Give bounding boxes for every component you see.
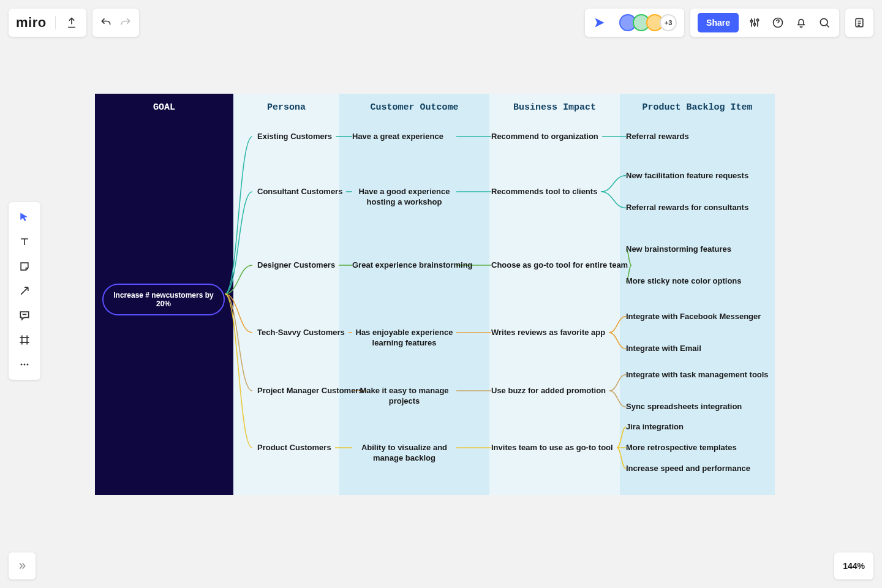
column-header-backlog: Product Backlog Item: [620, 94, 775, 113]
outcome-node[interactable]: Have a good experience hosting a worksho…: [352, 187, 456, 208]
outcome-node[interactable]: Have a great experience: [352, 132, 443, 141]
redo-icon[interactable]: [118, 15, 133, 30]
column-header-outcome: Customer Outcome: [339, 94, 489, 113]
impact-node[interactable]: Writes reviews as favorite app: [491, 328, 605, 337]
export-icon[interactable]: [64, 15, 79, 30]
text-tool[interactable]: [12, 232, 37, 252]
column-header-goal: GOAL: [95, 94, 233, 113]
backlog-node[interactable]: New facilitation feature requests: [626, 171, 748, 180]
avatar-stack[interactable]: +3: [619, 14, 677, 31]
frame-tool[interactable]: [12, 330, 37, 350]
zoom-indicator[interactable]: 144%: [834, 552, 873, 579]
notes-icon: [852, 15, 867, 30]
backlog-node[interactable]: More retrospective templates: [626, 443, 737, 452]
persona-node[interactable]: Tech-Savvy Customers: [257, 328, 345, 337]
column-goal: GOAL Increase # newcustomers by 20%: [95, 94, 233, 495]
backlog-node[interactable]: Referral rewards for consultants: [626, 203, 748, 212]
undo-icon[interactable]: [99, 15, 113, 30]
actions-card: Share: [690, 9, 839, 37]
backlog-node[interactable]: Referral rewards: [626, 132, 689, 141]
svg-point-2: [756, 19, 758, 21]
share-button[interactable]: Share: [698, 13, 739, 32]
sticky-tool[interactable]: [12, 256, 37, 277]
column-impact: Business Impact: [489, 94, 620, 495]
outcome-node[interactable]: Great experience brainstorming: [352, 260, 473, 270]
backlog-node[interactable]: Integrate with task management tools: [626, 370, 769, 379]
notes-card[interactable]: [845, 9, 873, 37]
outcome-node[interactable]: Ability to visualize and manage backlog: [352, 443, 456, 464]
column-backlog: Product Backlog Item: [620, 94, 775, 495]
persona-node[interactable]: Designer Customers: [257, 260, 335, 270]
backlog-node[interactable]: Integrate with Facebook Messenger: [626, 312, 761, 321]
column-header-persona: Persona: [233, 94, 339, 113]
impact-node[interactable]: Recommend to organization: [491, 132, 598, 141]
help-icon[interactable]: [771, 15, 785, 30]
expand-panel-button[interactable]: [9, 552, 36, 579]
svg-point-1: [753, 23, 755, 25]
persona-node[interactable]: Consultant Customers: [257, 187, 342, 196]
backlog-node[interactable]: Increase speed and performance: [626, 464, 750, 473]
column-outcome: Customer Outcome: [339, 94, 489, 495]
collab-card: +3: [585, 9, 684, 37]
outcome-node[interactable]: Make it easy to manage projects: [352, 386, 456, 407]
backlog-node[interactable]: Integrate with Email: [626, 344, 701, 353]
persona-node[interactable]: Project Manager Customers: [257, 386, 363, 395]
svg-point-7: [24, 364, 26, 366]
goal-node[interactable]: Increase # newcustomers by 20%: [102, 284, 225, 315]
svg-point-8: [27, 364, 29, 366]
impact-node[interactable]: Invites team to use as go-to tool: [491, 443, 613, 452]
miro-logo[interactable]: miro: [16, 15, 47, 31]
backlog-node[interactable]: Sync spreadsheets integration: [626, 402, 742, 411]
settings-icon[interactable]: [747, 15, 762, 30]
select-tool[interactable]: [12, 207, 37, 228]
backlog-node[interactable]: Jira integration: [626, 422, 684, 431]
impact-node[interactable]: Choose as go-to tool for entire team: [491, 260, 628, 270]
bell-icon[interactable]: [794, 15, 809, 30]
zoom-value: 144%: [843, 561, 865, 571]
divider: [55, 16, 56, 29]
history-card: [92, 9, 139, 37]
svg-point-6: [21, 364, 23, 366]
backlog-node[interactable]: More sticky note color options: [626, 276, 742, 285]
search-icon[interactable]: [817, 15, 832, 30]
column-header-impact: Business Impact: [489, 94, 620, 113]
tool-rail: [9, 202, 40, 380]
comment-tool[interactable]: [12, 305, 37, 326]
svg-point-0: [750, 20, 752, 22]
persona-node[interactable]: Product Customers: [257, 443, 331, 452]
impact-node[interactable]: Recommends tool to clients: [491, 187, 597, 196]
more-tools[interactable]: [12, 354, 37, 375]
canvas[interactable]: GOAL Increase # newcustomers by 20% Pers…: [95, 94, 775, 495]
persona-node[interactable]: Existing Customers: [257, 132, 332, 141]
app-card: miro: [9, 9, 86, 37]
arrow-tool[interactable]: [12, 281, 37, 301]
column-persona: Persona: [233, 94, 339, 495]
present-icon[interactable]: [592, 15, 607, 30]
outcome-node[interactable]: Has enjoyable experience learning featur…: [352, 328, 456, 349]
backlog-node[interactable]: New brainstorming features: [626, 244, 731, 254]
avatar-overflow[interactable]: +3: [660, 14, 677, 31]
impact-node[interactable]: Use buzz for added promotion: [491, 386, 606, 395]
svg-point-4: [820, 18, 827, 26]
